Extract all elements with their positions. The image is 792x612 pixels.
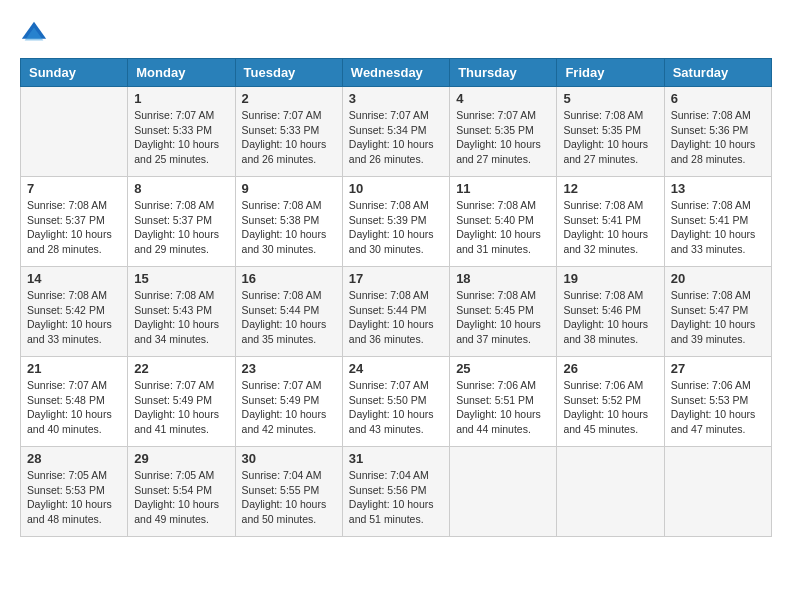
calendar-cell: 17Sunrise: 7:08 AM Sunset: 5:44 PM Dayli… (342, 267, 449, 357)
day-info: Sunrise: 7:05 AM Sunset: 5:53 PM Dayligh… (27, 468, 121, 527)
calendar-cell: 1Sunrise: 7:07 AM Sunset: 5:33 PM Daylig… (128, 87, 235, 177)
day-info: Sunrise: 7:08 AM Sunset: 5:46 PM Dayligh… (563, 288, 657, 347)
calendar-cell: 31Sunrise: 7:04 AM Sunset: 5:56 PM Dayli… (342, 447, 449, 537)
week-row-5: 28Sunrise: 7:05 AM Sunset: 5:53 PM Dayli… (21, 447, 772, 537)
day-info: Sunrise: 7:08 AM Sunset: 5:43 PM Dayligh… (134, 288, 228, 347)
calendar-cell: 23Sunrise: 7:07 AM Sunset: 5:49 PM Dayli… (235, 357, 342, 447)
day-number: 8 (134, 181, 228, 196)
calendar-cell (557, 447, 664, 537)
day-info: Sunrise: 7:07 AM Sunset: 5:35 PM Dayligh… (456, 108, 550, 167)
day-info: Sunrise: 7:07 AM Sunset: 5:34 PM Dayligh… (349, 108, 443, 167)
day-number: 23 (242, 361, 336, 376)
day-info: Sunrise: 7:08 AM Sunset: 5:47 PM Dayligh… (671, 288, 765, 347)
calendar-cell: 24Sunrise: 7:07 AM Sunset: 5:50 PM Dayli… (342, 357, 449, 447)
week-row-1: 1Sunrise: 7:07 AM Sunset: 5:33 PM Daylig… (21, 87, 772, 177)
calendar-cell: 2Sunrise: 7:07 AM Sunset: 5:33 PM Daylig… (235, 87, 342, 177)
calendar-cell: 22Sunrise: 7:07 AM Sunset: 5:49 PM Dayli… (128, 357, 235, 447)
week-row-2: 7Sunrise: 7:08 AM Sunset: 5:37 PM Daylig… (21, 177, 772, 267)
day-number: 24 (349, 361, 443, 376)
day-info: Sunrise: 7:08 AM Sunset: 5:38 PM Dayligh… (242, 198, 336, 257)
day-number: 12 (563, 181, 657, 196)
header-row: SundayMondayTuesdayWednesdayThursdayFrid… (21, 59, 772, 87)
day-info: Sunrise: 7:08 AM Sunset: 5:45 PM Dayligh… (456, 288, 550, 347)
day-number: 13 (671, 181, 765, 196)
day-info: Sunrise: 7:07 AM Sunset: 5:50 PM Dayligh… (349, 378, 443, 437)
calendar-cell: 14Sunrise: 7:08 AM Sunset: 5:42 PM Dayli… (21, 267, 128, 357)
day-number: 31 (349, 451, 443, 466)
logo-icon (20, 20, 48, 48)
day-info: Sunrise: 7:06 AM Sunset: 5:52 PM Dayligh… (563, 378, 657, 437)
day-number: 30 (242, 451, 336, 466)
calendar-cell: 8Sunrise: 7:08 AM Sunset: 5:37 PM Daylig… (128, 177, 235, 267)
header-day-friday: Friday (557, 59, 664, 87)
calendar-cell: 29Sunrise: 7:05 AM Sunset: 5:54 PM Dayli… (128, 447, 235, 537)
day-number: 18 (456, 271, 550, 286)
header-day-saturday: Saturday (664, 59, 771, 87)
day-number: 1 (134, 91, 228, 106)
calendar-cell: 19Sunrise: 7:08 AM Sunset: 5:46 PM Dayli… (557, 267, 664, 357)
day-info: Sunrise: 7:08 AM Sunset: 5:44 PM Dayligh… (242, 288, 336, 347)
day-number: 16 (242, 271, 336, 286)
day-number: 2 (242, 91, 336, 106)
calendar-cell: 26Sunrise: 7:06 AM Sunset: 5:52 PM Dayli… (557, 357, 664, 447)
day-info: Sunrise: 7:08 AM Sunset: 5:36 PM Dayligh… (671, 108, 765, 167)
day-info: Sunrise: 7:04 AM Sunset: 5:55 PM Dayligh… (242, 468, 336, 527)
day-number: 7 (27, 181, 121, 196)
day-info: Sunrise: 7:08 AM Sunset: 5:37 PM Dayligh… (27, 198, 121, 257)
day-number: 14 (27, 271, 121, 286)
calendar-cell: 7Sunrise: 7:08 AM Sunset: 5:37 PM Daylig… (21, 177, 128, 267)
day-info: Sunrise: 7:04 AM Sunset: 5:56 PM Dayligh… (349, 468, 443, 527)
day-info: Sunrise: 7:07 AM Sunset: 5:33 PM Dayligh… (134, 108, 228, 167)
page-header (20, 20, 772, 48)
calendar-cell: 6Sunrise: 7:08 AM Sunset: 5:36 PM Daylig… (664, 87, 771, 177)
day-info: Sunrise: 7:08 AM Sunset: 5:40 PM Dayligh… (456, 198, 550, 257)
calendar-cell (664, 447, 771, 537)
day-info: Sunrise: 7:08 AM Sunset: 5:41 PM Dayligh… (671, 198, 765, 257)
header-day-sunday: Sunday (21, 59, 128, 87)
day-number: 21 (27, 361, 121, 376)
day-number: 3 (349, 91, 443, 106)
calendar-cell: 10Sunrise: 7:08 AM Sunset: 5:39 PM Dayli… (342, 177, 449, 267)
calendar-cell (21, 87, 128, 177)
day-number: 15 (134, 271, 228, 286)
day-info: Sunrise: 7:06 AM Sunset: 5:51 PM Dayligh… (456, 378, 550, 437)
day-number: 20 (671, 271, 765, 286)
calendar-cell: 21Sunrise: 7:07 AM Sunset: 5:48 PM Dayli… (21, 357, 128, 447)
day-info: Sunrise: 7:06 AM Sunset: 5:53 PM Dayligh… (671, 378, 765, 437)
day-number: 5 (563, 91, 657, 106)
week-row-4: 21Sunrise: 7:07 AM Sunset: 5:48 PM Dayli… (21, 357, 772, 447)
day-number: 9 (242, 181, 336, 196)
day-info: Sunrise: 7:08 AM Sunset: 5:37 PM Dayligh… (134, 198, 228, 257)
calendar-body: 1Sunrise: 7:07 AM Sunset: 5:33 PM Daylig… (21, 87, 772, 537)
day-number: 10 (349, 181, 443, 196)
calendar-table: SundayMondayTuesdayWednesdayThursdayFrid… (20, 58, 772, 537)
day-number: 27 (671, 361, 765, 376)
day-info: Sunrise: 7:07 AM Sunset: 5:49 PM Dayligh… (242, 378, 336, 437)
header-day-monday: Monday (128, 59, 235, 87)
calendar-cell: 25Sunrise: 7:06 AM Sunset: 5:51 PM Dayli… (450, 357, 557, 447)
day-info: Sunrise: 7:08 AM Sunset: 5:42 PM Dayligh… (27, 288, 121, 347)
day-info: Sunrise: 7:08 AM Sunset: 5:44 PM Dayligh… (349, 288, 443, 347)
header-day-wednesday: Wednesday (342, 59, 449, 87)
week-row-3: 14Sunrise: 7:08 AM Sunset: 5:42 PM Dayli… (21, 267, 772, 357)
calendar-cell: 27Sunrise: 7:06 AM Sunset: 5:53 PM Dayli… (664, 357, 771, 447)
day-info: Sunrise: 7:08 AM Sunset: 5:35 PM Dayligh… (563, 108, 657, 167)
calendar-cell: 4Sunrise: 7:07 AM Sunset: 5:35 PM Daylig… (450, 87, 557, 177)
day-number: 17 (349, 271, 443, 286)
calendar-cell: 18Sunrise: 7:08 AM Sunset: 5:45 PM Dayli… (450, 267, 557, 357)
calendar-cell: 28Sunrise: 7:05 AM Sunset: 5:53 PM Dayli… (21, 447, 128, 537)
calendar-cell: 11Sunrise: 7:08 AM Sunset: 5:40 PM Dayli… (450, 177, 557, 267)
day-number: 22 (134, 361, 228, 376)
calendar-cell: 5Sunrise: 7:08 AM Sunset: 5:35 PM Daylig… (557, 87, 664, 177)
logo (20, 20, 52, 48)
calendar-cell: 16Sunrise: 7:08 AM Sunset: 5:44 PM Dayli… (235, 267, 342, 357)
calendar-cell: 20Sunrise: 7:08 AM Sunset: 5:47 PM Dayli… (664, 267, 771, 357)
calendar-cell: 30Sunrise: 7:04 AM Sunset: 5:55 PM Dayli… (235, 447, 342, 537)
calendar-cell: 13Sunrise: 7:08 AM Sunset: 5:41 PM Dayli… (664, 177, 771, 267)
day-info: Sunrise: 7:05 AM Sunset: 5:54 PM Dayligh… (134, 468, 228, 527)
calendar-cell: 9Sunrise: 7:08 AM Sunset: 5:38 PM Daylig… (235, 177, 342, 267)
day-number: 25 (456, 361, 550, 376)
calendar-header: SundayMondayTuesdayWednesdayThursdayFrid… (21, 59, 772, 87)
day-info: Sunrise: 7:07 AM Sunset: 5:49 PM Dayligh… (134, 378, 228, 437)
day-info: Sunrise: 7:07 AM Sunset: 5:48 PM Dayligh… (27, 378, 121, 437)
